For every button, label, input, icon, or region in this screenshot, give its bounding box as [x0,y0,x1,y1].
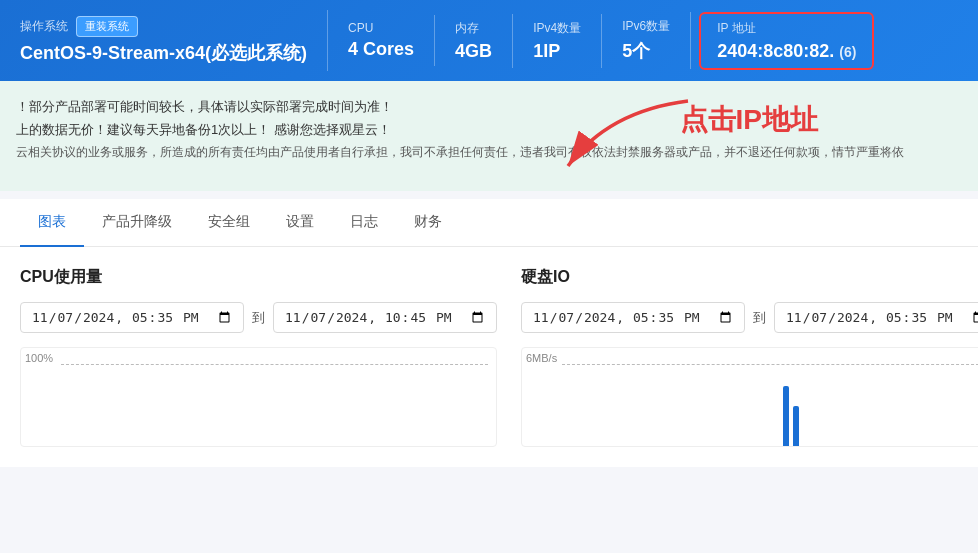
tab-security[interactable]: 安全组 [190,199,268,247]
tab-chart[interactable]: 图表 [20,199,84,247]
cpu-chart-title: CPU使用量 [20,267,497,288]
disk-to-label: 到 [753,309,766,327]
ram-label: 内存 [455,20,492,37]
cpu-dashed-line [61,364,488,365]
cpu-chart-section: CPU使用量 到 100% [20,267,497,447]
disk-chart-section: 硬盘IO 到 6MB/s [521,267,978,447]
cpu-section: CPU 4 Cores [328,15,435,66]
ip-address-label: IP 地址 [717,20,856,37]
ram-section: 内存 4GB [435,14,513,68]
disk-spike-2 [793,406,799,446]
cpu-from-input[interactable] [20,302,244,333]
ipv4-label: IPv4数量 [533,20,581,37]
disk-spike-1 [783,386,789,446]
tab-logs[interactable]: 日志 [332,199,396,247]
content-area: CPU使用量 到 100% 硬盘IO 到 6MB/s [0,247,978,467]
annotation-text: ！部分产品部署可能时间较长，具体请以实际部署完成时间为准！ 上的数据无价！建议每… [16,95,962,163]
ipv6-value: 5个 [622,39,670,63]
os-section: 操作系统 重装系统 CentOS-9-Stream-x64(必选此系统) [16,10,328,71]
header-bar: 操作系统 重装系统 CentOS-9-Stream-x64(必选此系统) CPU… [0,0,978,81]
ipv4-value: 1IP [533,41,581,62]
cpu-to-label: 到 [252,309,265,327]
cpu-chart-canvas: 100% [20,347,497,447]
disk-chart-title: 硬盘IO [521,267,978,288]
disk-to-input[interactable] [774,302,978,333]
cpu-y-label: 100% [25,352,53,364]
ipv6-section: IPv6数量 5个 [602,12,691,69]
disk-y-label: 6MB/s [526,352,557,364]
ipv4-section: IPv4数量 1IP [513,14,602,68]
disk-chart-canvas: 6MB/s [521,347,978,447]
tabs-bar: 图表 产品升降级 安全组 设置 日志 财务 [0,199,978,247]
annotation-area: ！部分产品部署可能时间较长，具体请以实际部署完成时间为准！ 上的数据无价！建议每… [0,81,978,191]
ram-value: 4GB [455,41,492,62]
disk-date-range: 到 [521,302,978,333]
os-label: 操作系统 重装系统 [20,16,307,37]
cpu-date-range: 到 [20,302,497,333]
disk-dashed-line [562,364,978,365]
ip-section[interactable]: IP 地址 2404:8c80:82. (6) [699,12,874,70]
reinstall-button[interactable]: 重装系统 [76,16,138,37]
cpu-to-input[interactable] [273,302,497,333]
cpu-value: 4 Cores [348,39,414,60]
ip-address-value: 2404:8c80:82. (6) [717,41,856,62]
os-value: CentOS-9-Stream-x64(必选此系统) [20,41,307,65]
tab-upgrade[interactable]: 产品升降级 [84,199,190,247]
disk-from-input[interactable] [521,302,745,333]
tab-settings[interactable]: 设置 [268,199,332,247]
cpu-label: CPU [348,21,414,35]
ipv6-label: IPv6数量 [622,18,670,35]
annotation-hint: 点击IP地址 [680,101,818,139]
tab-finance[interactable]: 财务 [396,199,460,247]
